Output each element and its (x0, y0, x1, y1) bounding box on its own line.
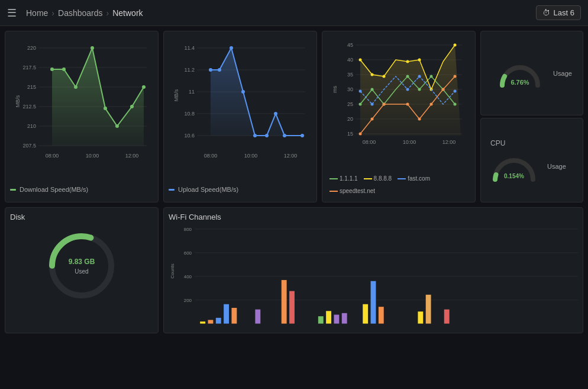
svg-rect-111 (200, 322, 205, 324)
svg-point-76 (359, 59, 362, 62)
memory-gauge-svg: 6.76% (496, 59, 544, 88)
clock-icon: ⏱ (542, 8, 550, 17)
svg-text:210: 210 (27, 123, 36, 129)
svg-rect-113 (216, 318, 221, 324)
svg-point-72 (418, 88, 421, 91)
svg-text:11: 11 (189, 89, 195, 95)
svg-rect-117 (282, 280, 287, 324)
svg-text:400: 400 (184, 274, 192, 279)
svg-text:35: 35 (347, 72, 353, 78)
svg-rect-115 (231, 308, 237, 324)
svg-text:10:00: 10:00 (86, 153, 99, 159)
sep1: › (51, 8, 54, 18)
panel-ping: 45 40 35 30 25 20 15 ms 08:00 10:00 12:0… (322, 31, 476, 202)
svg-text:11.4: 11.4 (184, 45, 195, 51)
svg-text:45: 45 (347, 42, 353, 48)
svg-point-24 (142, 85, 146, 89)
download-legend-label: Download Speed(MB/s) (20, 186, 88, 193)
svg-point-43 (241, 90, 245, 94)
time-picker[interactable]: ⏱ Last 6 (536, 5, 581, 20)
svg-text:10:00: 10:00 (244, 153, 258, 159)
svg-point-47 (283, 134, 286, 137)
svg-point-17 (50, 67, 54, 71)
svg-text:40: 40 (347, 57, 353, 63)
legend-8888: 8.8.8.8 (364, 175, 392, 182)
svg-text:600: 600 (184, 250, 192, 256)
svg-text:215: 215 (27, 84, 36, 90)
svg-text:12:00: 12:00 (442, 139, 456, 145)
svg-point-86 (418, 75, 421, 78)
legend-fastcom: fast.com (398, 175, 430, 182)
upload-legend-dot (169, 189, 175, 191)
svg-text:220: 220 (27, 45, 36, 51)
svg-point-44 (253, 134, 257, 137)
svg-point-68 (359, 103, 362, 106)
svg-point-93 (430, 103, 433, 106)
breadcrumb-home[interactable]: Home (26, 8, 48, 18)
svg-rect-118 (289, 291, 295, 324)
svg-text:08:00: 08:00 (204, 153, 218, 159)
cpu-gauge-svg: 0.154% (490, 149, 538, 184)
svg-point-21 (104, 107, 107, 110)
main-grid: 220 217.5 215 212.5 210 207.5 MB/s 08:00… (0, 26, 588, 338)
svg-text:10.8: 10.8 (184, 111, 195, 117)
svg-text:10.6: 10.6 (184, 133, 195, 139)
svg-point-83 (359, 90, 362, 93)
panel-download: 220 217.5 215 212.5 210 207.5 MB/s 08:00… (5, 31, 159, 202)
upload-chart: 11.4 11.2 11 10.8 10.6 MB/s 08:00 10:00 … (169, 36, 312, 184)
breadcrumb-dashboards[interactable]: Dashboards (58, 8, 103, 18)
svg-text:08:00: 08:00 (363, 139, 376, 145)
download-legend-dot (10, 189, 16, 191)
svg-rect-114 (224, 304, 229, 324)
svg-point-87 (454, 90, 457, 93)
svg-point-20 (91, 46, 94, 50)
disk-title: Disk (10, 213, 153, 221)
svg-text:212.5: 212.5 (22, 104, 36, 110)
svg-point-75 (454, 103, 457, 106)
svg-point-18 (62, 67, 66, 71)
svg-point-71 (406, 75, 409, 78)
svg-point-88 (359, 133, 362, 136)
svg-text:207.5: 207.5 (22, 143, 36, 149)
cpu-gauge-inner: 0.154% Usage (486, 149, 578, 184)
svg-text:12:00: 12:00 (125, 153, 139, 159)
svg-text:Counts: Counts (170, 263, 175, 278)
panel-disk: Disk 9.83 GB Used (5, 207, 159, 333)
wifi-chart-svg: 800 600 400 200 Counts (169, 224, 578, 326)
panel-upload: 11.4 11.2 11 10.8 10.6 MB/s 08:00 10:00 … (163, 31, 317, 202)
svg-point-78 (383, 75, 386, 78)
disk-gauge-wrap: 9.83 GB Used (10, 227, 153, 304)
disk-gauge-svg: 9.83 GB Used (43, 227, 120, 304)
svg-point-41 (218, 68, 221, 72)
memory-gauge-panel: 6.76% Usage (480, 31, 583, 115)
svg-point-79 (406, 60, 409, 63)
svg-point-90 (383, 103, 386, 106)
svg-text:0.154%: 0.154% (504, 173, 524, 179)
svg-rect-123 (363, 304, 368, 324)
legend-1111: 1.1.1.1 (329, 175, 358, 182)
wifi-title: Wi-Fi Channels (169, 213, 578, 221)
svg-text:10:00: 10:00 (403, 139, 416, 145)
svg-point-80 (418, 59, 421, 62)
panel-wifi: Wi-Fi Channels 800 600 400 200 Counts (163, 207, 583, 333)
svg-rect-121 (334, 314, 339, 323)
svg-point-82 (454, 44, 457, 47)
svg-point-94 (442, 88, 445, 91)
svg-text:800: 800 (184, 227, 192, 232)
hamburger-icon[interactable]: ☰ (7, 7, 17, 20)
legend-speedtest: speedtest.net (329, 188, 375, 194)
svg-point-92 (418, 118, 421, 121)
svg-marker-16 (52, 48, 144, 146)
svg-rect-116 (255, 310, 260, 324)
breadcrumb-network: Network (112, 8, 143, 18)
svg-point-42 (230, 46, 233, 50)
svg-point-69 (371, 88, 374, 91)
svg-rect-126 (418, 311, 423, 323)
svg-rect-128 (444, 310, 450, 324)
svg-text:Used: Used (75, 268, 88, 275)
svg-rect-120 (326, 311, 331, 323)
svg-text:9.83 GB: 9.83 GB (69, 258, 95, 266)
svg-point-84 (371, 103, 374, 106)
svg-point-89 (371, 118, 374, 121)
svg-text:25: 25 (347, 101, 353, 107)
